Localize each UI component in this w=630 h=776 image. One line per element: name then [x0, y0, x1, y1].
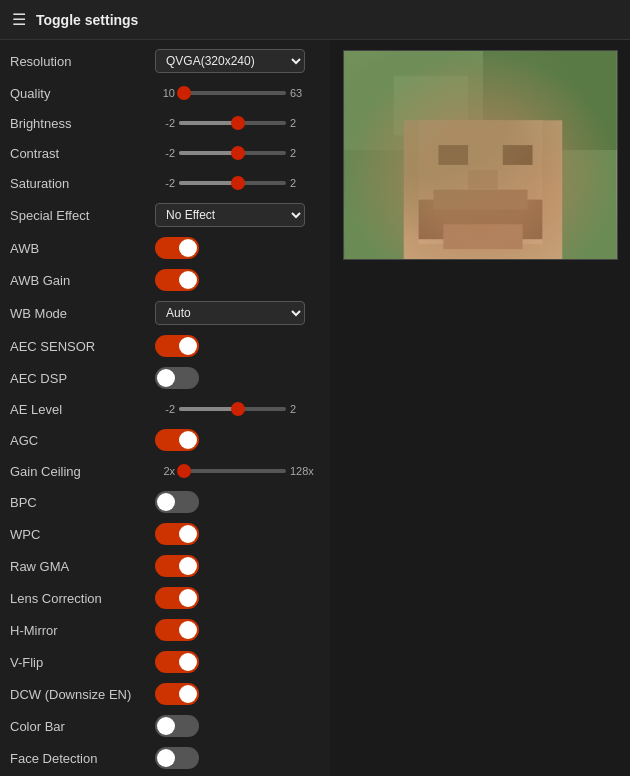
setting-row-raw-gma: Raw GMA	[0, 550, 330, 582]
slider-container-quality: 1063	[155, 87, 320, 99]
setting-label-gain-ceiling: Gain Ceiling	[10, 464, 155, 479]
setting-row-lens-correction: Lens Correction	[0, 582, 330, 614]
slider-max-brightness: 2	[290, 117, 320, 129]
setting-control-raw-gma	[155, 555, 320, 577]
setting-label-wpc: WPC	[10, 527, 155, 542]
slider-min-ae-level: -2	[155, 403, 175, 415]
setting-row-saturation: Saturation-22	[0, 168, 330, 198]
toggle-knob-awb-gain	[179, 271, 197, 289]
setting-control-bpc	[155, 491, 320, 513]
slider-track-saturation[interactable]	[179, 181, 286, 185]
slider-thumb-brightness[interactable]	[231, 116, 245, 130]
svg-rect-6	[418, 200, 542, 240]
slider-track-ae-level[interactable]	[179, 407, 286, 411]
setting-control-v-flip	[155, 651, 320, 673]
setting-label-resolution: Resolution	[10, 54, 155, 69]
setting-control-wpc	[155, 523, 320, 545]
setting-row-awb: AWB	[0, 232, 330, 264]
slider-max-gain-ceiling: 128x	[290, 465, 320, 477]
setting-control-dcw	[155, 683, 320, 705]
toggle-wpc[interactable]	[155, 523, 199, 545]
toggle-knob-aec-dsp	[157, 369, 175, 387]
setting-control-awb-gain	[155, 269, 320, 291]
setting-label-raw-gma: Raw GMA	[10, 559, 155, 574]
toggle-knob-raw-gma	[179, 557, 197, 575]
setting-control-saturation: -22	[155, 177, 320, 189]
svg-rect-5	[418, 120, 542, 244]
toggle-v-flip[interactable]	[155, 651, 199, 673]
setting-row-agc: AGC	[0, 424, 330, 456]
header-title: Toggle settings	[36, 12, 138, 28]
select-special-effect[interactable]: No EffectNegativeGrayscaleRed TintGreen …	[155, 203, 305, 227]
main-content: ResolutionUXGA(1600x1200)SXGA(1280x1024)…	[0, 40, 630, 776]
slider-track-gain-ceiling[interactable]	[179, 469, 286, 473]
setting-control-brightness: -22	[155, 117, 320, 129]
setting-label-lens-correction: Lens Correction	[10, 591, 155, 606]
toggle-raw-gma[interactable]	[155, 555, 199, 577]
slider-track-brightness[interactable]	[179, 121, 286, 125]
toggle-agc[interactable]	[155, 429, 199, 451]
svg-rect-11	[443, 224, 522, 249]
setting-row-contrast: Contrast-22	[0, 138, 330, 168]
setting-row-color-bar: Color Bar	[0, 710, 330, 742]
setting-control-resolution: UXGA(1600x1200)SXGA(1280x1024)XGA(1024x7…	[155, 49, 320, 73]
setting-row-face-detection: Face Detection	[0, 742, 330, 774]
select-resolution[interactable]: UXGA(1600x1200)SXGA(1280x1024)XGA(1024x7…	[155, 49, 305, 73]
slider-min-gain-ceiling: 2x	[155, 465, 175, 477]
menu-icon[interactable]: ☰	[12, 10, 26, 29]
slider-max-ae-level: 2	[290, 403, 320, 415]
setting-row-bpc: BPC	[0, 486, 330, 518]
setting-label-bpc: BPC	[10, 495, 155, 510]
setting-label-dcw: DCW (Downsize EN)	[10, 687, 155, 702]
toggle-knob-awb	[179, 239, 197, 257]
setting-control-ae-level: -22	[155, 403, 320, 415]
toggle-knob-v-flip	[179, 653, 197, 671]
slider-min-saturation: -2	[155, 177, 175, 189]
slider-thumb-gain-ceiling[interactable]	[177, 464, 191, 478]
toggle-awb-gain[interactable]	[155, 269, 199, 291]
slider-thumb-ae-level[interactable]	[231, 402, 245, 416]
toggle-bpc[interactable]	[155, 491, 199, 513]
toggle-lens-correction[interactable]	[155, 587, 199, 609]
setting-control-awb	[155, 237, 320, 259]
toggle-knob-h-mirror	[179, 621, 197, 639]
setting-row-wb-mode: WB ModeAutoSunnyCloudyOfficeHome	[0, 296, 330, 330]
setting-control-gain-ceiling: 2x128x	[155, 465, 320, 477]
toggle-color-bar[interactable]	[155, 715, 199, 737]
setting-control-aec-sensor	[155, 335, 320, 357]
toggle-face-detection[interactable]	[155, 747, 199, 769]
setting-row-resolution: ResolutionUXGA(1600x1200)SXGA(1280x1024)…	[0, 44, 330, 78]
setting-label-v-flip: V-Flip	[10, 655, 155, 670]
toggle-dcw[interactable]	[155, 683, 199, 705]
slider-min-quality: 10	[155, 87, 175, 99]
setting-row-v-flip: V-Flip	[0, 646, 330, 678]
slider-thumb-quality[interactable]	[177, 86, 191, 100]
setting-label-aec-dsp: AEC DSP	[10, 371, 155, 386]
toggle-awb[interactable]	[155, 237, 199, 259]
toggle-knob-dcw	[179, 685, 197, 703]
select-wb-mode[interactable]: AutoSunnyCloudyOfficeHome	[155, 301, 305, 325]
toggle-h-mirror[interactable]	[155, 619, 199, 641]
slider-track-quality[interactable]	[179, 91, 286, 95]
toggle-aec-sensor[interactable]	[155, 335, 199, 357]
slider-thumb-contrast[interactable]	[231, 146, 245, 160]
setting-label-agc: AGC	[10, 433, 155, 448]
slider-thumb-saturation[interactable]	[231, 176, 245, 190]
slider-min-brightness: -2	[155, 117, 175, 129]
setting-control-aec-dsp	[155, 367, 320, 389]
setting-row-h-mirror: H-Mirror	[0, 614, 330, 646]
svg-rect-8	[438, 145, 468, 165]
slider-track-contrast[interactable]	[179, 151, 286, 155]
camera-image	[344, 51, 617, 259]
toggle-knob-wpc	[179, 525, 197, 543]
slider-max-saturation: 2	[290, 177, 320, 189]
slider-max-quality: 63	[290, 87, 320, 99]
setting-label-special-effect: Special Effect	[10, 208, 155, 223]
setting-label-face-detection: Face Detection	[10, 751, 155, 766]
setting-label-wb-mode: WB Mode	[10, 306, 155, 321]
svg-rect-3	[393, 76, 467, 135]
toggle-aec-dsp[interactable]	[155, 367, 199, 389]
setting-control-lens-correction	[155, 587, 320, 609]
toggle-knob-bpc	[157, 493, 175, 511]
toggle-knob-color-bar	[157, 717, 175, 735]
